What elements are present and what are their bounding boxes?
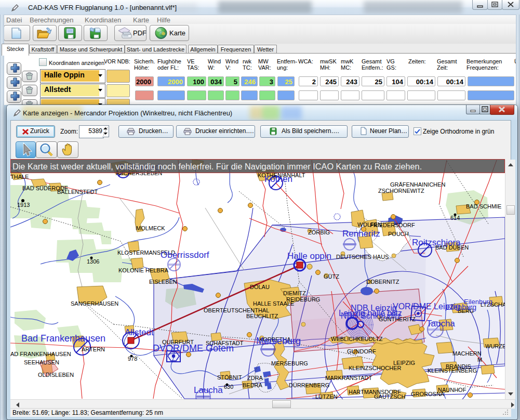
svg-text:1913: 1913 xyxy=(17,202,30,208)
svg-text:GAUTZSCH: GAUTZSCH xyxy=(374,393,406,399)
svg-text:WEBLICHKEUDLTZ: WEBLICHKEUDLTZ xyxy=(331,336,383,342)
svg-text:KOLONIE HELBRA: KOLONIE HELBRA xyxy=(118,267,169,273)
svg-text:Renneritz: Renneritz xyxy=(342,229,380,239)
svg-text:SEEHAUSEN: SEEHAUSEN xyxy=(24,359,59,365)
svg-text:STÖBNIT: STÖBNIT xyxy=(217,374,242,380)
svg-text:LEIPZIG: LEIPZIG xyxy=(393,360,415,366)
svg-text:Merseburg: Merseburg xyxy=(256,336,301,346)
svg-text:630: 630 xyxy=(224,384,233,390)
svg-text:Taucha: Taucha xyxy=(426,319,455,329)
svg-text:DVOR/DME Gotem: DVOR/DME Gotem xyxy=(153,343,234,353)
svg-text:ZÖRBIG: ZÖRBIG xyxy=(308,229,330,235)
svg-text:GUNDORF: GUNDORF xyxy=(347,348,376,355)
svg-text:DIEMITZ: DIEMITZ xyxy=(283,290,306,296)
svg-text:OLDISLEBEN: OLDISLEBEN xyxy=(38,372,74,378)
svg-text:MACHERN: MACHERN xyxy=(452,350,482,357)
svg-text:BEDRA: BEDRA xyxy=(243,382,263,388)
svg-text:ZSCHORNEWITZ: ZSCHORNEWITZ xyxy=(378,188,424,194)
svg-text:DÖLAU: DÖLAU xyxy=(250,284,270,290)
svg-text:DEUTSCHES HAUS: DEUTSCHES HAUS xyxy=(336,254,389,260)
svg-text:AD FRANKENHAUSEN: AD FRANKENHAUSEN xyxy=(10,351,71,357)
svg-text:Oberrissdorf: Oberrissdorf xyxy=(161,250,209,260)
svg-text:GÜTZ: GÜTZ xyxy=(324,273,339,280)
svg-text:SANGERHAUSEN: SANGERHAUSEN xyxy=(71,300,118,307)
svg-text:Eilenburg: Eilenburg xyxy=(464,298,492,306)
svg-text:DÜRRENBERG: DÜRRENBERG xyxy=(289,382,329,388)
svg-text:Laucha: Laucha xyxy=(194,385,223,395)
svg-text:ARTERN: ARTERN xyxy=(82,346,105,352)
svg-text:Bad Frankenhausen: Bad Frankenhausen xyxy=(21,333,105,344)
svg-text:MOLMECK: MOLMECK xyxy=(136,225,165,231)
svg-text:NDB Schkeuditz: NDB Schkeuditz xyxy=(341,311,402,320)
svg-text:WURZE: WURZE xyxy=(485,343,505,349)
svg-text:POUCH: POUCH xyxy=(388,231,409,237)
svg-text:LÜTZEN: LÜTZEN xyxy=(315,393,338,399)
svg-text:Karte: Karte xyxy=(169,29,185,37)
svg-text:PDF: PDF xyxy=(133,29,146,37)
svg-text:EISLEBEN: EISLEBEN xyxy=(149,279,177,285)
svg-text:M: M xyxy=(477,357,482,363)
svg-text:NAUNHOF: NAUNHOF xyxy=(438,387,466,393)
svg-text:MARKRANSTADT: MARKRANSTADT xyxy=(325,375,372,381)
svg-text:GRÄFENHAINICHEN: GRÄFENHAINICHEN xyxy=(390,181,445,188)
svg-text:Roitzschjora: Roitzschjora xyxy=(412,238,461,247)
svg-text:ZDRA: ZDRA xyxy=(247,375,263,381)
svg-text:HALLE STAALE: HALLE STAALE xyxy=(253,300,294,307)
svg-text:DOBERNITZ: DOBERNITZ xyxy=(366,279,399,285)
svg-text:BEUCHLITZ: BEUCHLITZ xyxy=(246,313,278,319)
svg-text:Halle oppin: Halle oppin xyxy=(287,251,331,261)
svg-text:MERSEBURG: MERSEBURG xyxy=(271,360,308,366)
svg-text:BALLENSTEDT: BALLENSTEDT xyxy=(57,189,98,195)
svg-text:KLEINSTEINBERG: KLEINSTEINBERG xyxy=(428,368,477,374)
svg-text:THALE: THALE xyxy=(10,174,29,180)
svg-text:Köthen: Köthen xyxy=(264,174,292,184)
svg-text:1306: 1306 xyxy=(87,258,99,265)
svg-text:BAD SCHMIE: BAD SCHMIE xyxy=(466,203,501,209)
svg-text:FRIEDERSDORF: FRIEDERSDORF xyxy=(370,222,415,228)
svg-text:Allstedt: Allstedt xyxy=(125,327,154,337)
